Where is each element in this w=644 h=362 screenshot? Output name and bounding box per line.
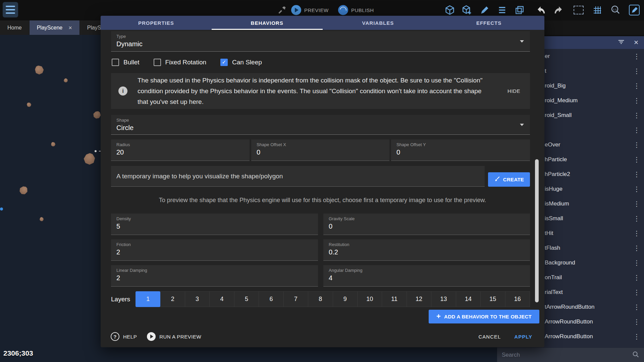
item-menu-icon[interactable]: ⋮: [629, 82, 644, 90]
asteroid-object[interactable]: [92, 110, 102, 120]
help-button[interactable]: ? HELP: [111, 332, 137, 341]
layer-button-15[interactable]: 15: [480, 291, 505, 307]
density-field[interactable]: Density 5: [111, 214, 318, 235]
object-add-icon[interactable]: [461, 4, 474, 16]
dialog-tab-variables[interactable]: VARIABLES: [323, 16, 434, 30]
item-menu-icon[interactable]: ⋮: [629, 111, 644, 119]
layer-button-13[interactable]: 13: [431, 291, 456, 307]
layers-copy-icon[interactable]: [513, 4, 526, 16]
item-menu-icon[interactable]: ⋮: [629, 141, 644, 149]
create-button[interactable]: CREATE: [488, 172, 530, 187]
item-menu-icon[interactable]: ⋮: [629, 185, 644, 193]
layer-button-8[interactable]: 8: [308, 291, 333, 307]
asteroid-object[interactable]: [39, 217, 44, 222]
item-menu-icon[interactable]: ⋮: [629, 274, 644, 282]
checkbox-bullet[interactable]: Bullet: [112, 59, 140, 66]
tab-home[interactable]: Home: [0, 20, 29, 35]
asteroid-object[interactable]: [50, 141, 56, 147]
shape-offset-y-field[interactable]: Shape Offset Y 0: [391, 139, 530, 161]
item-menu-icon[interactable]: ⋮: [629, 126, 644, 134]
screenshot-icon[interactable]: [572, 4, 585, 16]
layer-button-3[interactable]: 3: [185, 291, 210, 307]
checkbox-unchecked-icon[interactable]: [112, 59, 119, 66]
layer-button-1[interactable]: 1: [136, 291, 160, 307]
cancel-button[interactable]: CANCEL: [479, 334, 501, 340]
gravity-scale-field[interactable]: Gravity Scale 0: [323, 214, 530, 235]
selection-point[interactable]: [0, 207, 3, 210]
objects-search[interactable]: [497, 348, 644, 362]
layer-button-16[interactable]: 16: [505, 291, 530, 307]
grid-icon[interactable]: [591, 4, 604, 16]
layer-button-11[interactable]: 11: [382, 291, 407, 307]
shape-offset-x-field[interactable]: Shape Offset X 0: [251, 139, 389, 161]
build-icon[interactable]: [276, 4, 288, 16]
apply-button[interactable]: APPLY: [514, 334, 532, 340]
vector-edit-icon[interactable]: [628, 4, 641, 16]
zoom-1-1-icon[interactable]: 1:1: [609, 4, 622, 16]
item-menu-icon[interactable]: ⋮: [629, 156, 644, 164]
item-menu-icon[interactable]: ⋮: [629, 215, 644, 223]
dialog-tab-effects[interactable]: EFFECTS: [433, 16, 544, 30]
redo-icon[interactable]: [553, 4, 566, 16]
radius-field[interactable]: Radius 20: [111, 139, 250, 161]
layer-button-14[interactable]: 14: [456, 291, 481, 307]
item-menu-icon[interactable]: ⋮: [629, 67, 644, 75]
item-menu-icon[interactable]: ⋮: [629, 259, 644, 267]
item-menu-icon[interactable]: ⋮: [629, 170, 644, 178]
publish-button[interactable]: PUBLISH: [338, 5, 374, 15]
layer-button-12[interactable]: 12: [407, 291, 431, 307]
temporary-image-field[interactable]: A temporary image to help you visualize …: [111, 166, 485, 187]
add-behavior-button[interactable]: + ADD A BEHAVIOR TO THE OBJECT: [429, 310, 539, 323]
linear-damping-field[interactable]: Linear Damping 2: [111, 265, 318, 287]
item-menu-icon[interactable]: ⋮: [629, 244, 644, 252]
preview-note: To preview the shape that the Physics en…: [101, 197, 544, 204]
checkbox-unchecked-icon[interactable]: [154, 59, 161, 66]
friction-field[interactable]: Friction 2: [111, 239, 318, 261]
layer-button-4[interactable]: 4: [209, 291, 234, 307]
shape-dropdown[interactable]: Shape Circle: [111, 115, 530, 135]
search-input[interactable]: [502, 352, 629, 358]
dialog-scrollbar[interactable]: [535, 159, 539, 302]
asteroid-object[interactable]: [34, 65, 44, 75]
preview-button[interactable]: PREVIEW: [291, 5, 329, 15]
item-menu-icon[interactable]: ⋮: [629, 318, 644, 326]
events-list-icon[interactable]: [496, 4, 508, 16]
edit-pencil-icon[interactable]: [478, 4, 491, 16]
close-icon[interactable]: ×: [68, 25, 72, 31]
menu-icon[interactable]: [3, 2, 18, 17]
angular-damping-field[interactable]: Angular Damping 4: [323, 265, 530, 287]
checkbox-can-sleep[interactable]: ✓Can Sleep: [220, 59, 262, 66]
asteroid-object[interactable]: [82, 152, 97, 167]
layer-button-10[interactable]: 10: [357, 291, 382, 307]
asteroid-object[interactable]: [27, 103, 31, 107]
checkbox-checked-icon[interactable]: ✓: [220, 59, 228, 66]
layer-button-9[interactable]: 9: [333, 291, 358, 307]
dialog-tab-properties[interactable]: PROPERTIES: [101, 16, 212, 30]
object-cube-icon[interactable]: [443, 4, 456, 16]
filter-icon[interactable]: [618, 38, 625, 47]
item-menu-icon[interactable]: ⋮: [629, 303, 644, 311]
hide-button[interactable]: HIDE: [498, 88, 530, 94]
item-menu-icon[interactable]: ⋮: [629, 333, 644, 341]
tab-playscene[interactable]: PlayScene ×: [30, 20, 79, 35]
item-menu-icon[interactable]: ⋮: [629, 288, 644, 296]
restitution-field[interactable]: Restitution 0.2: [323, 239, 530, 261]
layer-button-6[interactable]: 6: [259, 291, 283, 307]
item-menu-icon[interactable]: ⋮: [629, 200, 644, 208]
layer-button-5[interactable]: 5: [234, 291, 259, 307]
checkbox-fixed-rotation[interactable]: Fixed Rotation: [154, 59, 207, 66]
layer-button-2[interactable]: 2: [160, 291, 185, 307]
layer-button-7[interactable]: 7: [283, 291, 308, 307]
run-preview-button[interactable]: RUN A PREVIEW: [147, 332, 201, 341]
item-menu-icon[interactable]: ⋮: [629, 97, 644, 105]
undo-icon[interactable]: [534, 4, 547, 16]
selection-handle-dot[interactable]: [95, 150, 97, 152]
item-menu-icon[interactable]: ⋮: [629, 229, 644, 237]
asteroid-object[interactable]: [63, 78, 69, 83]
dialog-tab-behaviors[interactable]: BEHAVIORS: [212, 16, 323, 30]
chevron-down-icon: [520, 40, 524, 43]
type-dropdown[interactable]: Type Dynamic: [111, 31, 530, 52]
item-menu-icon[interactable]: ⋮: [629, 52, 644, 60]
close-icon[interactable]: ✕: [634, 40, 639, 46]
asteroid-object[interactable]: [19, 186, 28, 195]
